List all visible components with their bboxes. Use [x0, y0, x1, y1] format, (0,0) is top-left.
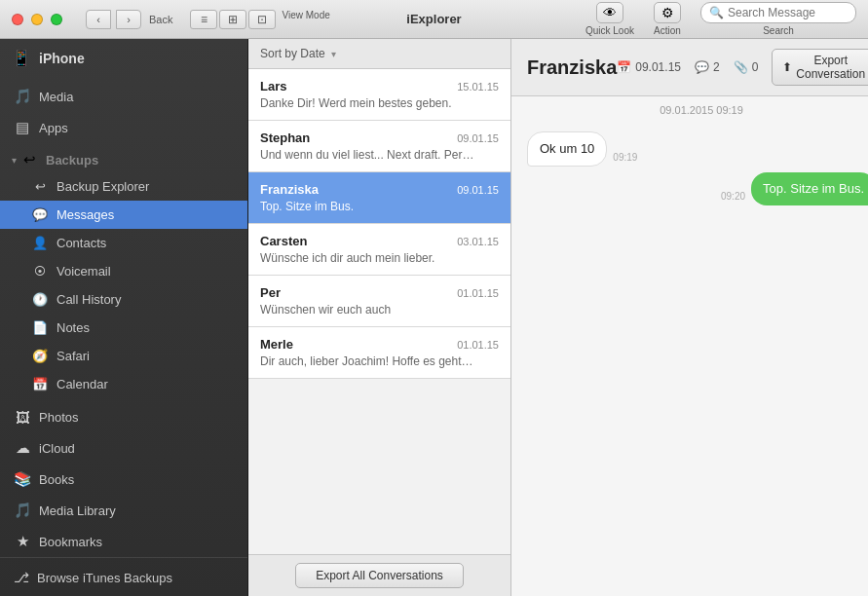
conv-meta-attachments: 📎 0 — [734, 60, 759, 74]
sidebar-item-calendar[interactable]: 📅 Calendar — [0, 370, 247, 398]
sidebar-item-notes[interactable]: 📄 Notes — [0, 314, 247, 342]
sidebar-label-backups: Backups — [46, 153, 98, 168]
sidebar-label-books: Books — [39, 472, 74, 487]
quick-look-button[interactable]: 👁 Quick Look — [585, 2, 634, 36]
sidebar-label-photos: Photos — [39, 410, 78, 425]
message-count-icon: 💬 — [695, 60, 709, 74]
conv-meta-date: 📅 09.01.15 — [617, 60, 681, 74]
nav-back-label: Back — [149, 14, 172, 25]
iphone-icon: 📱 — [12, 49, 31, 67]
contacts-icon: 👤 — [31, 236, 49, 250]
message-item-lars[interactable]: Lars 15.01.15 Danke Dir! Werd mein beste… — [248, 69, 510, 121]
media-library-icon: 🎵 — [14, 502, 31, 519]
app-title: iExplorer — [406, 12, 461, 26]
conversation-panel: Franziska 📅 09.01.15 💬 2 📎 0 ⬆ Export Co… — [511, 39, 868, 596]
list-view-button[interactable]: ≡ — [190, 10, 217, 29]
browse-label: Browse iTunes Backups — [37, 571, 172, 585]
backup-explorer-icon: ↩ — [31, 179, 49, 194]
export-all-conversations-button[interactable]: Export All Conversations — [295, 563, 464, 588]
conv-attachment-count: 0 — [752, 60, 759, 74]
sidebar-label-apps: Apps — [39, 121, 68, 135]
msg-preview: Und wenn du viel liest... Next draft. Pe… — [260, 148, 474, 162]
sidebar-item-icloud[interactable]: ☁ iCloud — [0, 432, 247, 464]
maximize-button[interactable] — [51, 14, 62, 25]
sidebar-backups-header[interactable]: ▾ ↩ Backups — [0, 143, 247, 172]
conversation-meta: 📅 09.01.15 💬 2 📎 0 ⬆ Export Conversation — [617, 49, 868, 86]
grid-view-button[interactable]: ⊡ — [248, 10, 276, 29]
sidebar-item-media-library[interactable]: 🎵 Media Library — [0, 495, 247, 526]
msg-date: 03.01.15 — [457, 236, 499, 247]
sidebar-item-photos[interactable]: 🖼 Photos — [0, 402, 247, 432]
msg-date: 15.01.15 — [457, 81, 499, 93]
icloud-icon: ☁ — [14, 439, 31, 457]
sidebar-item-iphone[interactable]: 📱 iPhone — [0, 39, 247, 77]
sidebar-item-contacts[interactable]: 👤 Contacts — [0, 229, 247, 257]
sidebar-item-books[interactable]: 📚 Books — [0, 464, 247, 495]
books-icon: 📚 — [14, 470, 31, 488]
sidebar-label-bookmarks: Bookmarks — [39, 535, 102, 549]
sidebar-label-call-history: Call History — [57, 292, 121, 307]
msg-name: Franziska — [260, 182, 319, 197]
msg-preview: Top. Sitze im Bus. — [260, 200, 474, 213]
search-label: Search — [763, 25, 794, 36]
sidebar-item-safari[interactable]: 🧭 Safari — [0, 342, 247, 370]
close-button[interactable] — [12, 14, 23, 25]
gear-icon: ⚙ — [654, 2, 681, 23]
sidebar-item-messages[interactable]: 💬 Messages — [0, 201, 247, 229]
message-list-header: Sort by Date ▾ — [248, 39, 510, 69]
sidebar-item-apps[interactable]: ▤ Apps — [0, 112, 247, 143]
message-bubble: Ok um 10 — [527, 131, 607, 167]
sidebar-item-voicemail[interactable]: ⦿ Voicemail — [0, 257, 247, 285]
quick-look-label: Quick Look — [585, 25, 634, 36]
msg-name: Per — [260, 285, 281, 300]
msg-date: 01.01.15 — [457, 339, 499, 351]
sidebar-label-media-library: Media Library — [39, 503, 116, 518]
message-item-franziska[interactable]: Franziska 09.01.15 Top. Sitze im Bus. — [248, 172, 510, 224]
message-time: 09:20 — [721, 191, 745, 202]
msg-preview: Wünsche ich dir auch mein lieber. — [260, 251, 474, 265]
msg-date: 09.01.15 — [457, 132, 499, 144]
sidebar-item-bookmarks[interactable]: ★ Bookmarks — [0, 526, 247, 557]
safari-icon: 🧭 — [31, 349, 49, 363]
export-conversation-button[interactable]: ⬆ Export Conversation — [772, 49, 868, 86]
calendar-small-icon: 📅 — [617, 60, 631, 74]
media-icon: 🎵 — [14, 88, 31, 105]
notes-icon: 📄 — [31, 320, 49, 335]
main-layout: 📱 iPhone 🎵 Media ▤ Apps ▾ ↩ Backups ↩ Ba… — [0, 39, 868, 596]
msg-preview: Danke Dir! Werd mein bestes geben. — [260, 96, 474, 110]
photos-icon: 🖼 — [14, 409, 31, 426]
sidebar-item-call-history[interactable]: 🕐 Call History — [0, 285, 247, 314]
minimize-button[interactable] — [31, 14, 43, 25]
message-item-stephan[interactable]: Stephan 09.01.15 Und wenn du viel liest.… — [248, 121, 510, 172]
forward-button[interactable]: › — [116, 10, 141, 29]
search-box: 🔍 — [700, 2, 856, 23]
browse-itunes-button[interactable]: ⎇ Browse iTunes Backups — [0, 558, 247, 596]
sidebar-bottom: ⎇ Browse iTunes Backups — [0, 557, 247, 596]
message-item-merle[interactable]: Merle 01.01.15 Dir auch, lieber Joachim!… — [248, 327, 510, 379]
sidebar-label-calendar: Calendar — [57, 377, 108, 391]
sidebar-item-media[interactable]: 🎵 Media — [0, 81, 247, 112]
message-list-panel: Sort by Date ▾ Lars 15.01.15 Danke Dir! … — [248, 39, 511, 596]
back-button[interactable]: ‹ — [86, 10, 111, 29]
sidebar-label-messages: Messages — [57, 207, 114, 222]
message-row-sent: 09:20 Top. Sitze im Bus. — [527, 172, 868, 205]
msg-name: Lars — [260, 79, 286, 93]
column-view-button[interactable]: ⊞ — [219, 10, 246, 29]
sidebar-label-backup-explorer: Backup Explorer — [57, 179, 149, 194]
export-conv-label: Export Conversation — [796, 54, 865, 81]
export-conv-icon: ⬆ — [782, 60, 792, 74]
sidebar-item-backup-explorer[interactable]: ↩ Backup Explorer — [0, 172, 247, 201]
message-item-carsten[interactable]: Carsten 03.01.15 Wünsche ich dir auch me… — [248, 224, 510, 276]
sort-chevron-icon: ▾ — [331, 49, 336, 59]
chevron-down-icon: ▾ — [12, 155, 17, 166]
export-all-button-bar: Export All Conversations — [248, 554, 510, 596]
search-icon: 🔍 — [709, 6, 724, 19]
message-item-per[interactable]: Per 01.01.15 Wünschen wir euch auch — [248, 276, 510, 327]
messages-icon: 💬 — [31, 207, 49, 222]
call-history-icon: 🕐 — [31, 292, 49, 307]
action-label: Action — [654, 25, 681, 36]
action-button[interactable]: ⚙ Action — [654, 2, 681, 36]
search-input[interactable] — [728, 6, 848, 19]
conversation-header: Franziska 📅 09.01.15 💬 2 📎 0 ⬆ Export Co… — [511, 39, 868, 96]
msg-name: Merle — [260, 337, 293, 352]
